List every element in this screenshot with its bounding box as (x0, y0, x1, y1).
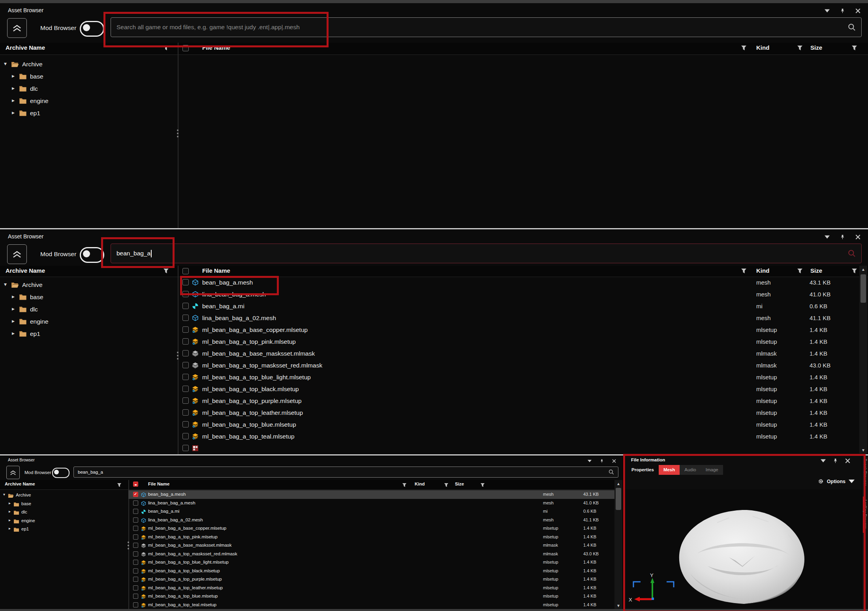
row-checkbox[interactable] (133, 526, 138, 531)
row-checkbox[interactable] (182, 386, 189, 392)
scrollbar-thumb[interactable] (616, 488, 621, 510)
file-row[interactable]: ml_bean_bag_a_base_copper.mlsetupmlsetup… (128, 524, 614, 533)
search-input[interactable]: bean_bag_a (111, 244, 862, 263)
file-row[interactable]: bean_bag_a.mimi0.6 KB (128, 507, 614, 516)
search-input[interactable]: bean_bag_a (73, 467, 618, 478)
scroll-down-icon[interactable]: ▼ (614, 602, 622, 609)
tree-collapsed-icon[interactable]: ▸ (12, 85, 15, 91)
tree-item-dlc[interactable]: ▸dlc (0, 508, 128, 517)
file-row[interactable]: lina_bean_bag_a.meshmesh41.0 KB (128, 499, 614, 508)
column-header-size[interactable]: Size (810, 44, 822, 51)
row-checkbox[interactable] (133, 594, 138, 599)
close-icon[interactable] (855, 8, 861, 14)
close-icon[interactable] (845, 458, 851, 464)
column-header-file-name[interactable]: File Name (202, 44, 230, 51)
row-checkbox[interactable] (133, 509, 138, 514)
filter-icon[interactable] (741, 268, 747, 274)
row-checkbox[interactable] (133, 568, 138, 574)
file-row[interactable]: lina_bean_bag_a_02.meshmesh41.1 KB (128, 516, 614, 525)
scrollbar-vertical[interactable]: ▲ ▼ (614, 480, 622, 609)
file-row[interactable]: ml_bean_bag_a_top_teal.mlsetupmlsetup1.4… (128, 601, 614, 609)
filter-icon[interactable] (402, 482, 407, 487)
file-row[interactable]: lina_bean_bag_a.meshmesh41.0 KB (178, 289, 859, 300)
file-row[interactable]: bean_bag_a.meshmesh43.1 KB (178, 277, 859, 289)
tree-item-engine[interactable]: ▸engine (0, 517, 128, 525)
collapse-all-button[interactable] (7, 244, 27, 264)
tree-collapsed-icon[interactable]: ▸ (9, 518, 11, 522)
row-checkbox[interactable] (133, 602, 138, 607)
tree-collapsed-icon[interactable]: ▸ (9, 501, 11, 505)
mod-browser-toggle[interactable] (80, 247, 104, 263)
file-row[interactable]: ml_bean_bag_a_top_pink.mlsetupmlsetup1.4… (128, 533, 614, 542)
tree-item-base[interactable]: ▸base (0, 500, 128, 508)
file-row-partial[interactable] (178, 442, 859, 454)
filter-icon[interactable] (851, 268, 857, 274)
file-row[interactable]: bean_bag_a.meshmesh43.1 KB (128, 490, 614, 499)
column-header-archive-name[interactable]: Archive Name (6, 44, 45, 51)
filter-icon[interactable] (163, 45, 169, 51)
file-row[interactable]: ml_bean_bag_a_top_masksset_red.mlmaskmlm… (128, 550, 614, 559)
row-checkbox[interactable] (182, 326, 189, 333)
row-checkbox[interactable] (182, 421, 189, 427)
file-row[interactable]: ml_bean_bag_a_top_leather.mlsetupmlsetup… (178, 407, 859, 419)
scrollbar-vertical[interactable]: ▲ ▼ (859, 266, 867, 454)
tree-collapsed-icon[interactable]: ▸ (12, 318, 15, 324)
row-checkbox[interactable] (182, 397, 189, 404)
row-checkbox[interactable] (182, 409, 189, 416)
row-checkbox[interactable] (182, 303, 189, 309)
file-row[interactable]: ml_bean_bag_a_top_teal.mlsetupmlsetup1.4… (178, 431, 859, 442)
tree-collapsed-icon[interactable]: ▸ (12, 97, 15, 103)
column-header-archive-name[interactable]: Archive Name (5, 482, 35, 486)
tab-audio[interactable]: Audio (680, 465, 701, 475)
chevron-down-icon[interactable] (586, 458, 592, 464)
row-checkbox[interactable] (133, 543, 138, 548)
tab-mesh[interactable]: Mesh (659, 465, 680, 475)
tree-expanded-icon[interactable]: ▾ (4, 281, 7, 287)
row-checkbox[interactable] (182, 291, 189, 297)
tree-item-dlc[interactable]: ▸dlc (0, 304, 177, 316)
collapse-all-button[interactable] (7, 18, 27, 38)
mod-browser-toggle[interactable] (52, 468, 70, 478)
column-header-file-name[interactable]: File Name (148, 482, 169, 486)
file-row[interactable]: ml_bean_bag_a_top_black.mlsetupmlsetup1.… (178, 383, 859, 395)
tree-item-Archive[interactable]: ▾Archive (0, 279, 177, 291)
row-checkbox[interactable] (182, 338, 189, 345)
search-input[interactable]: Search all game or mod files, e.g. game … (111, 17, 862, 37)
chevron-down-icon[interactable] (824, 8, 830, 14)
filter-icon[interactable] (741, 45, 747, 51)
tree-item-engine[interactable]: ▸engine (0, 316, 177, 328)
tab-tweak-browser[interactable]: Tweak Browser (863, 459, 867, 485)
tree-item-base[interactable]: ▸base (0, 291, 177, 304)
tree-collapsed-icon[interactable]: ▸ (12, 293, 15, 300)
select-all-checkbox[interactable] (182, 45, 189, 51)
pin-icon[interactable] (599, 458, 605, 464)
row-checkbox[interactable] (133, 560, 138, 565)
filter-icon[interactable] (797, 268, 803, 274)
column-header-archive-name[interactable]: Archive Name (6, 267, 45, 274)
scroll-up-icon[interactable]: ▲ (614, 480, 622, 487)
filter-icon[interactable] (117, 482, 122, 487)
tree-item-dlc[interactable]: ▸dlc (0, 83, 177, 95)
select-all-checkbox[interactable] (182, 268, 189, 274)
filter-icon[interactable] (163, 268, 169, 274)
tree-item-Archive[interactable]: ▾Archive (0, 491, 128, 500)
file-row[interactable]: ml_bean_bag_a_top_pink.mlsetupmlsetup1.4… (178, 336, 859, 348)
filter-icon[interactable] (480, 482, 485, 487)
tab-lockey-browser[interactable]: LocKey Browser (863, 500, 867, 529)
row-checkbox[interactable] (133, 551, 138, 557)
tree-item-ep1[interactable]: ▸ep1 (0, 107, 177, 120)
file-row[interactable]: bean_bag_a.mimi0.6 KB (178, 300, 859, 312)
row-checkbox[interactable] (133, 585, 138, 590)
tree-item-ep1[interactable]: ▸ep1 (0, 525, 128, 534)
tree-item-Archive[interactable]: ▾Archive (0, 58, 177, 71)
column-header-file-name[interactable]: File Name (202, 267, 230, 274)
row-checkbox[interactable] (133, 500, 138, 506)
file-row[interactable]: ml_bean_bag_a_top_blue.mlsetupmlsetup1.4… (128, 592, 614, 601)
scroll-down-icon[interactable]: ▼ (859, 446, 867, 454)
file-row[interactable]: ml_bean_bag_a_top_blue_light.mlsetupmlse… (128, 558, 614, 567)
file-row[interactable]: ml_bean_bag_a_base_copper.mlsetupmlsetup… (178, 324, 859, 336)
file-row[interactable]: ml_bean_bag_a_base_masksset.mlmaskmlmask… (128, 541, 614, 550)
close-icon[interactable] (611, 458, 617, 464)
file-row[interactable]: ml_bean_bag_a_top_purple.mlsetupmlsetup1… (128, 575, 614, 584)
close-icon[interactable] (855, 234, 861, 240)
